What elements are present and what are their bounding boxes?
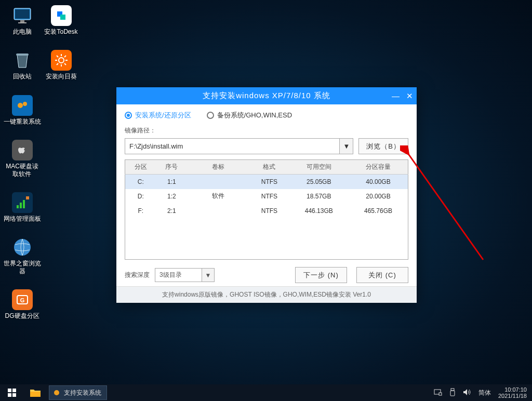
- desktop-icons-col1: 此电脑 回收站 一键重装系统 MAC硬盘读 取软件 网络管理面板 世界之窗浏览 …: [5, 5, 39, 320]
- image-path-label: 镜像路径：: [125, 126, 408, 135]
- window-controls: — ✕: [392, 87, 414, 104]
- svg-rect-10: [26, 196, 29, 199]
- col-index: 序号: [156, 160, 187, 175]
- svg-rect-26: [8, 393, 11, 397]
- close-button[interactable]: ✕: [406, 91, 414, 101]
- desktop-icon-recycle-bin[interactable]: 回收站: [5, 50, 39, 80]
- cell-fmt: NTFS: [249, 189, 289, 204]
- todesk-icon: [51, 5, 72, 26]
- cell-vol: [187, 175, 249, 189]
- svg-point-29: [54, 390, 59, 395]
- cell-cap: 40.00GB: [349, 175, 408, 189]
- desktop-icon-label: 一键重装系统: [4, 118, 41, 125]
- cell-idx: 1:2: [156, 189, 187, 204]
- table-header-row: 分区 序号 卷标 格式 可用空间 分区容量: [125, 160, 408, 175]
- mode-radios: 安装系统/还原分区 备份系统/GHO,WIN,ESD: [125, 111, 408, 120]
- partition-table: 分区 序号 卷标 格式 可用空间 分区容量 C:1:1NTFS25.05GB40…: [125, 159, 408, 260]
- svg-rect-9: [23, 200, 25, 208]
- svg-line-20: [64, 63, 66, 65]
- desktop-icon-label: 安装向日葵: [46, 73, 77, 80]
- svg-rect-3: [18, 22, 26, 23]
- dropdown-arrow-icon[interactable]: ▼: [339, 139, 353, 154]
- desktop-icon-label: MAC硬盘读 取软件: [6, 163, 38, 178]
- image-path-row: F:\Zjds\install.wim ▼ 浏览（B）: [125, 138, 408, 154]
- close-dialog-button[interactable]: 关闭 (C): [356, 267, 408, 283]
- col-free: 可用空间: [289, 160, 349, 175]
- desktop-icon-label: DG硬盘分区: [5, 312, 39, 319]
- desktop-icon-label: 回收站: [13, 73, 32, 80]
- cell-cap: 20.00GB: [349, 189, 408, 204]
- desktop-icon-mac-disk[interactable]: MAC硬盘读 取软件: [5, 140, 39, 178]
- taskbar: 支持安装系统 简体 10:07:10 2021/11/18: [0, 384, 532, 401]
- cell-vol: 软件: [187, 189, 249, 204]
- svg-rect-2: [20, 20, 24, 22]
- start-button[interactable]: [0, 384, 24, 401]
- col-capacity: 分区容量: [349, 160, 408, 175]
- tray-volume-icon[interactable]: [463, 389, 471, 397]
- table-row[interactable]: C:1:1NTFS25.05GB40.00GB: [125, 175, 408, 189]
- cell-free: 25.05GB: [289, 175, 349, 189]
- folder-icon: [30, 388, 41, 397]
- tray-network-icon[interactable]: [434, 389, 442, 397]
- cell-fmt: NTFS: [249, 175, 289, 189]
- svg-rect-4: [16, 54, 29, 56]
- desktop-icon-onekey-reinstall[interactable]: 一键重装系统: [5, 95, 39, 125]
- svg-point-6: [23, 102, 27, 106]
- table-row[interactable]: D:1:2软件NTFS18.57GB20.00GB: [125, 189, 408, 204]
- image-path-combo[interactable]: F:\Zjds\install.wim ▼: [125, 138, 353, 154]
- desktop-icon-diskgenius[interactable]: G DG硬盘分区: [5, 289, 39, 319]
- desktop-icon-label: 此电脑: [13, 28, 32, 35]
- titlebar[interactable]: 支持安装windows XP/7/8/10 系统 — ✕: [116, 87, 417, 104]
- desktop-icon-sunlogin[interactable]: 安装向日葵: [44, 50, 78, 80]
- tray-time: 10:07:10: [498, 386, 527, 393]
- minimize-button[interactable]: —: [392, 91, 400, 100]
- svg-rect-8: [20, 203, 22, 208]
- tray-ime[interactable]: 简体: [478, 389, 491, 397]
- window-title: 支持安装windows XP/7/8/10 系统: [203, 91, 330, 101]
- cell-part: D:: [125, 189, 156, 204]
- search-depth-value: 3级目录: [159, 271, 182, 279]
- svg-text:G: G: [20, 297, 24, 303]
- table-row[interactable]: F:2:1NTFS446.13GB465.76GB: [125, 204, 408, 218]
- tray-usb-icon[interactable]: [449, 388, 456, 398]
- svg-rect-7: [17, 205, 19, 208]
- taskbar-task-installer[interactable]: 支持安装系统: [49, 385, 107, 400]
- desktop-icon-label: 网络管理面板: [4, 215, 41, 222]
- installer-window: 支持安装windows XP/7/8/10 系统 — ✕ 安装系统/还原分区 备…: [116, 87, 417, 303]
- search-depth-combo[interactable]: 3级目录 ▼: [155, 268, 215, 282]
- gears-icon: [12, 95, 33, 116]
- desktop-icon-theworld-browser[interactable]: 世界之窗浏览 器: [5, 237, 39, 275]
- task-label: 支持安装系统: [64, 389, 101, 397]
- desktop-icon-network-panel[interactable]: 网络管理面板: [5, 192, 39, 222]
- desktop-icon-label: 安装ToDesk: [44, 28, 77, 35]
- bottom-row: 搜索深度 3级目录 ▼ 下一步 (N) 关闭 (C): [125, 267, 408, 283]
- cell-cap: 465.76GB: [349, 204, 408, 218]
- next-button[interactable]: 下一步 (N): [295, 267, 347, 283]
- cell-part: F:: [125, 204, 156, 218]
- desktop-icon-this-pc[interactable]: 此电脑: [5, 5, 39, 35]
- svg-line-19: [57, 56, 58, 57]
- col-partition: 分区: [125, 160, 156, 175]
- system-tray: 简体 10:07:10 2021/11/18: [434, 386, 532, 399]
- svg-point-11: [14, 239, 31, 256]
- tray-clock[interactable]: 10:07:10 2021/11/18: [498, 386, 527, 399]
- taskbar-pin-explorer[interactable]: [24, 384, 47, 401]
- col-format: 格式: [249, 160, 289, 175]
- desktop-icon-label: 世界之窗浏览 器: [4, 260, 41, 275]
- radio-install-restore[interactable]: 安装系统/还原分区: [125, 111, 191, 120]
- gear-icon: [52, 389, 61, 397]
- monitor-icon: [12, 5, 33, 26]
- dropdown-arrow-icon[interactable]: ▼: [202, 269, 214, 282]
- dg-icon: G: [12, 289, 33, 310]
- radio-icon: [207, 112, 214, 119]
- window-content: 安装系统/还原分区 备份系统/GHO,WIN,ESD 镜像路径： F:\Zjds…: [116, 104, 417, 286]
- desktop-icon-todesk[interactable]: 安装ToDesk: [44, 5, 78, 35]
- svg-line-23: [408, 153, 483, 260]
- svg-line-22: [64, 56, 66, 57]
- svg-point-14: [59, 58, 64, 63]
- cell-free: 18.57GB: [289, 189, 349, 204]
- trash-icon: [12, 50, 33, 71]
- desktop-icons-col2: 安装ToDesk 安装向日葵: [44, 5, 78, 81]
- browse-button[interactable]: 浏览（B）: [358, 138, 408, 154]
- radio-backup[interactable]: 备份系统/GHO,WIN,ESD: [207, 111, 292, 120]
